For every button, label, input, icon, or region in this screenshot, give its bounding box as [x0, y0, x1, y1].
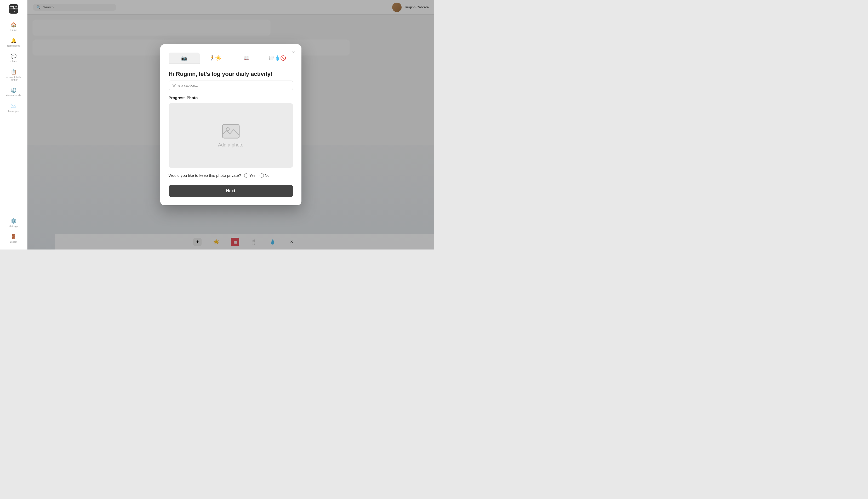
modal: × 📷 🏃☀️ 📖 🍽️💧🚫 — [160, 44, 301, 205]
sidebar-nav: 🏠 Home 🔔 Notifications 💬 Chats 📋 Account… — [0, 20, 27, 114]
privacy-row: Would you like to keep this photo privat… — [169, 173, 293, 178]
tab-photo[interactable]: 📷 — [169, 52, 200, 64]
sidebar-label-accountability: Accountability Planner — [3, 76, 24, 81]
privacy-options: Yes No — [244, 173, 270, 178]
privacy-no-radio[interactable] — [260, 173, 264, 178]
modal-close-button[interactable]: × — [290, 48, 297, 56]
photo-add-label: Add a photo — [218, 142, 244, 148]
privacy-no-option[interactable]: No — [260, 173, 270, 178]
messages-icon: ✉️ — [11, 103, 16, 109]
diet-icon: 🍽️💧🚫 — [269, 56, 286, 61]
sidebar-label-settings: Settings — [9, 225, 18, 228]
book-icon: 📖 — [244, 56, 249, 61]
progress-photo-label: Progress Photo — [169, 96, 293, 100]
tab-reading[interactable]: 📖 — [231, 52, 262, 64]
sidebar-item-chats[interactable]: 💬 Chats — [2, 51, 25, 65]
privacy-question: Would you like to keep this photo privat… — [169, 173, 241, 178]
next-button[interactable]: Next — [169, 185, 293, 197]
privacy-no-label: No — [265, 173, 270, 178]
tab-activity[interactable]: 🏃☀️ — [200, 52, 231, 64]
sidebar-item-notifications[interactable]: 🔔 Notifications — [2, 36, 25, 49]
notifications-icon: 🔔 — [11, 38, 16, 44]
sidebar-label-home: Home — [11, 29, 17, 32]
privacy-yes-label: Yes — [249, 173, 256, 178]
camera-icon: 📷 — [181, 56, 187, 61]
fit-hard-scale-icon: ⚖️ — [11, 87, 16, 93]
photo-upload-area[interactable]: Add a photo — [169, 103, 293, 168]
sidebar-label-logout: Logout — [10, 241, 17, 243]
sidebar: Keep Me Accountable 75 🏠 Home 🔔 Notifica… — [0, 0, 27, 250]
svg-rect-0 — [223, 124, 239, 138]
modal-title: Hi Ruginn, let's log your daily activity… — [169, 71, 293, 77]
tab-bar: 📷 🏃☀️ 📖 🍽️💧🚫 — [169, 52, 293, 64]
sidebar-item-logout[interactable]: 🚪 Logout — [2, 232, 25, 245]
sidebar-item-messages[interactable]: ✉️ Messages — [2, 101, 25, 114]
sidebar-item-home[interactable]: 🏠 Home — [2, 20, 25, 34]
settings-icon: ⚙️ — [11, 218, 16, 224]
sidebar-label-messages: Messages — [8, 110, 19, 112]
privacy-yes-radio[interactable] — [244, 173, 248, 178]
chats-icon: 💬 — [11, 53, 16, 59]
caption-input[interactable]: Today was challenging but I was able to … — [169, 81, 293, 90]
sidebar-label-fit-hard-scale: Fit Hard Scale — [6, 94, 21, 97]
sidebar-item-fit-hard-scale[interactable]: ⚖️ Fit Hard Scale — [2, 85, 25, 99]
sidebar-item-settings[interactable]: ⚙️ Settings — [2, 216, 25, 230]
sidebar-label-chats: Chats — [11, 60, 17, 63]
tab-diet[interactable]: 🍽️💧🚫 — [262, 52, 293, 64]
sidebar-label-notifications: Notifications — [7, 45, 20, 47]
main-content: 🔍 Ruginn Cabrera ✦ ☀️ ▦ 🍴 💧 ✕ — [27, 0, 434, 250]
privacy-yes-option[interactable]: Yes — [244, 173, 256, 178]
sidebar-bottom: ⚙️ Settings 🚪 Logout — [0, 216, 27, 245]
run-sun-icon: 🏃☀️ — [209, 56, 221, 61]
home-icon: 🏠 — [11, 22, 16, 28]
sidebar-item-accountability[interactable]: 📋 Accountability Planner — [2, 67, 25, 83]
modal-overlay[interactable]: × 📷 🏃☀️ 📖 🍽️💧🚫 — [27, 0, 434, 250]
accountability-icon: 📋 — [11, 69, 16, 75]
app-layout: Keep Me Accountable 75 🏠 Home 🔔 Notifica… — [0, 0, 434, 250]
app-logo: Keep Me Accountable 75 — [9, 4, 18, 14]
logout-icon: 🚪 — [11, 234, 16, 240]
photo-placeholder-icon — [221, 123, 240, 139]
